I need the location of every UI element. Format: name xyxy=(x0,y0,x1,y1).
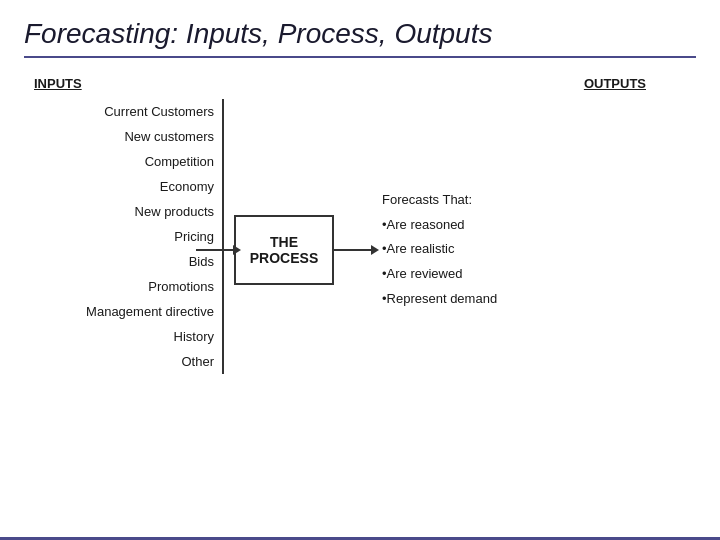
input-item-competition: Competition xyxy=(24,149,222,174)
output-item-2: •Are reviewed xyxy=(382,262,497,287)
output-item-1: •Are realistic xyxy=(382,237,497,262)
input-item-history: History xyxy=(24,324,222,349)
process-box: THE PROCESS xyxy=(234,215,334,285)
arrow-right-line xyxy=(334,249,372,251)
arrow-left-head xyxy=(233,245,241,255)
output-item-3: •Represent demand xyxy=(382,287,497,312)
arrow-left-line xyxy=(196,249,234,251)
input-item-bids: Bids xyxy=(24,249,222,274)
inputs-section: INPUTS Current Customers New customers C… xyxy=(24,76,224,374)
arrow-right-head xyxy=(371,245,379,255)
page-title: Forecasting: Inputs, Process, Outputs xyxy=(24,18,696,58)
process-label: THE PROCESS xyxy=(236,234,332,266)
outputs-header: OUTPUTS xyxy=(584,76,646,91)
input-item-economy: Economy xyxy=(24,174,222,199)
input-item-pricing: Pricing xyxy=(24,224,222,249)
input-item-other: Other xyxy=(24,349,222,374)
output-item-0: •Are reasoned xyxy=(382,213,497,238)
input-item-current-customers: Current Customers xyxy=(24,99,222,124)
process-row: THE PROCESS Forecasts That: •Are reasone… xyxy=(196,188,497,311)
input-item-new-products: New products xyxy=(24,199,222,224)
input-item-promotions: Promotions xyxy=(24,274,222,299)
page-container: Forecasting: Inputs, Process, Outputs IN… xyxy=(0,0,720,540)
input-item-new-customers: New customers xyxy=(24,124,222,149)
input-item-management-directive: Management directive xyxy=(24,299,222,324)
inputs-list: Current Customers New customers Competit… xyxy=(24,99,224,374)
outputs-title: Forecasts That: xyxy=(382,188,497,213)
outputs-items: Forecasts That: •Are reasoned •Are reali… xyxy=(372,188,497,311)
inputs-header: INPUTS xyxy=(34,76,82,91)
